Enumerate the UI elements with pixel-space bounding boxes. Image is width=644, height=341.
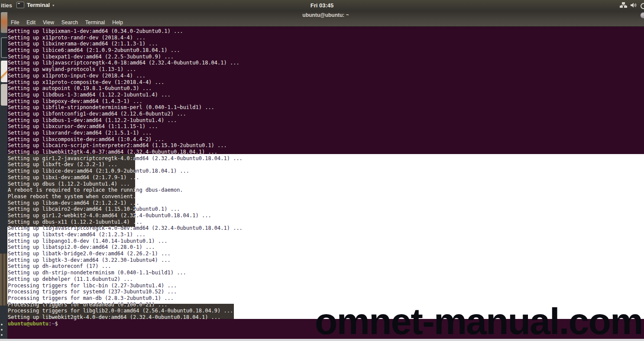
terminal-prompt[interactable]: ubuntu@ubuntu:~$ (8, 321, 243, 327)
terminal-line: Processing triggers for man-db (2.8.3-2u… (8, 295, 243, 302)
terminal-line: Setting up dh-strip-nondeterminism (0.04… (8, 270, 243, 276)
clock[interactable]: Fri 03:45 (311, 2, 333, 9)
terminal-line: Setting up libwebkit2gtk-4.0-37:amd64 (2… (8, 149, 243, 154)
window-close-button[interactable] (640, 12, 644, 19)
activities-button[interactable]: ities (1, 2, 12, 9)
terminal-line: Setting up libxft-dev (2.3.2-1) ... (8, 161, 135, 168)
terminal-line: Setting up libpango1.0-dev (1.40.14-1ubu… (8, 238, 243, 244)
terminal-line: Processing triggers for ureadahead (0.10… (8, 304, 234, 308)
terminal-line: Setting up libsm-dev:amd64 (2:1.2.2-1) .… (8, 200, 135, 206)
terminal-line: Setting up libfontconfig1-dev:amd64 (2.1… (8, 111, 243, 117)
terminal-line: Setting up libatspi2.0-dev:amd64 (2.28.0… (8, 244, 243, 251)
top-panel: ities Terminal ▾ Fri 03:45 (0, 0, 644, 11)
terminal-output-inverted: Setting up libpixman-1-dev:amd64 (0.34.0… (8, 28, 243, 154)
terminal-line: Setting up debhelper (11.1.6ubuntu2) ... (8, 276, 243, 283)
terminal-line: Processing triggers for systemd (237-3ub… (8, 289, 243, 295)
terminal-title-bar[interactable]: ubuntu@ubuntu: ~ (7, 11, 644, 19)
launcher-dots-icon (1, 334, 3, 336)
terminal-line: Setting up libgtk-3-dev:amd64 (3.22.30-1… (8, 257, 243, 264)
terminal-line: Setting up libxrandr-dev:amd64 (2:1.5.1-… (8, 130, 243, 136)
terminal-line: Setting up libdbus-1-dev:amd64 (1.12.2-1… (8, 117, 243, 124)
launcher-dots-icon (1, 329, 3, 331)
terminal-line: Setting up autopoint (0.19.8.1-6ubuntu0.… (8, 85, 243, 92)
terminal-line: Setting up libxi-dev:amd64 (2:1.7.9-1) .… (8, 174, 135, 181)
terminal-line: Setting up dbus (1.12.2-1ubuntu1.4) ... (8, 181, 135, 187)
terminal-line: Setting up libwebkit2gtk-4.0-dev:amd64 (… (8, 314, 234, 319)
menu-item-help[interactable]: Help (112, 19, 123, 26)
terminal-output-inverted: Setting up libpixman-1-dev:amd64 (0.34.0… (8, 154, 135, 227)
terminal-line: Setting up libjavascriptcoregtk-4.0-dev:… (8, 225, 135, 227)
terminal-bg-dim-column: Setting up libpixman-1-dev:amd64 (0.34.0… (7, 154, 135, 227)
terminal-line: Setting up libfile-stripnondeterminism-p… (8, 104, 243, 111)
terminal-line: Setting up libexpat1-dev:amd64 (2.2.5-3u… (8, 54, 243, 60)
gimp-icon[interactable] (1, 84, 7, 106)
menu-item-terminal[interactable]: Terminal (85, 19, 105, 26)
prompt-pdollar: $ (55, 321, 58, 327)
terminal-line: Setting up wayland-protocols (1.13-1) ..… (8, 66, 243, 73)
terminal-line: Setting up dbus-x11 (1.12.2-1ubuntu1.4) … (8, 219, 135, 225)
app-menu-label: Terminal (27, 2, 50, 8)
watermark-text: omnet-manual.com (315, 304, 642, 338)
terminal-line: Setting up x11proto-randr-dev (2018.4-4)… (8, 35, 243, 41)
terminal-line: A reboot is required to replace the runn… (8, 187, 135, 193)
menu-item-file[interactable]: File (11, 19, 19, 26)
network-workgroup-icon (620, 2, 627, 8)
terminal-bg-dim-block: Setting up libpixman-1-dev:amd64 (0.34.0… (7, 304, 234, 319)
terminal-line: Setting up libepoxy-dev:amd64 (1.4.3-1) … (8, 98, 243, 105)
terminal-line: Setting up libxinerama-dev:amd64 (2:1.1.… (8, 41, 243, 47)
terminal-line: Setting up gir1.2-webkit2-4.0:amd64 (2.3… (8, 212, 135, 219)
terminal-line: Setting up dh-autoreconf (17) ... (8, 263, 243, 270)
terminal-line: Setting up libcairo2-dev:amd64 (1.15.10-… (8, 206, 135, 212)
terminal-line: Setting up libcairo-script-interpreter2:… (8, 142, 243, 149)
desktop-wallpaper-sliver (0, 254, 7, 306)
launcher-sidebar (0, 11, 7, 339)
terminal-app-icon (16, 2, 24, 8)
menu-item-view[interactable]: View (43, 19, 54, 26)
window-title: ubuntu@ubuntu: ~ (7, 11, 644, 19)
terminal-bg-purple-top: Setting up libpixman-1-dev:amd64 (0.34.0… (7, 27, 644, 154)
terminal-line: Setting up libice6:amd64 (2:1.0.9-2ubunt… (8, 47, 243, 54)
terminal-line: Setting up gir1.2-javascriptcoregtk-4.0:… (8, 155, 135, 162)
chevron-down-icon: ▾ (52, 3, 54, 7)
terminal-line: Setting up libice-dev:amd64 (2:1.0.9-2ub… (8, 168, 135, 174)
menu-item-edit[interactable]: Edit (26, 19, 36, 26)
terminal-line: Please reboot the system when convenient… (8, 193, 135, 200)
terminal-line: Setting up x11proto-composite-dev (1:201… (8, 79, 243, 86)
terminal-line: Setting up libatk-bridge2.0-dev:amd64 (2… (8, 251, 243, 257)
system-status-area[interactable] (620, 2, 637, 8)
terminal-line: Setting up libdbus-1-3:amd64 (1.12.2-1ub… (8, 92, 243, 98)
terminal-line: Processing triggers for libglib2.0-0:amd… (8, 308, 234, 314)
terminal-output-inverted: Setting up libpixman-1-dev:amd64 (0.34.0… (8, 319, 243, 327)
partial-status-icon (641, 3, 644, 9)
launcher-dots-icon (1, 324, 3, 325)
terminal-line: Setting up libpixman-1-dev:amd64 (0.34.0… (8, 28, 243, 35)
app-menu-terminal[interactable]: Terminal ▾ (16, 2, 54, 8)
terminal-menu-bar: FileEditViewSearchTerminalHelp (7, 19, 644, 27)
terminal-line: Setting up libxcomposite-dev:amd64 (1:0.… (8, 136, 243, 143)
terminal-line: Setting up libxtst-dev:amd64 (2:1.2.3-1)… (8, 232, 243, 238)
terminal-launcher-icon[interactable] (1, 37, 7, 58)
terminal-line: Processing triggers for libc-bin (2.27-3… (8, 283, 243, 289)
terminal-line: Setting up x11proto-input-dev (2018.4-4)… (8, 73, 243, 79)
files-icon[interactable] (1, 12, 7, 33)
terminal-viewport[interactable]: Setting up libpixman-1-dev:amd64 (0.34.0… (7, 27, 644, 339)
terminal-line: Setting up libjavascriptcoregtk-4.0-18:a… (8, 60, 243, 66)
terminal-output-inverted: Setting up libpixman-1-dev:amd64 (0.34.0… (8, 304, 234, 319)
prompt-pu: ubuntu@ubuntu (8, 321, 49, 327)
menu-item-search[interactable]: Search (61, 19, 78, 26)
text-editor-icon[interactable] (1, 61, 7, 82)
volume-icon (631, 2, 637, 8)
terminal-line: Setting up libxcursor-dev:amd64 (1:1.1.1… (8, 123, 243, 130)
